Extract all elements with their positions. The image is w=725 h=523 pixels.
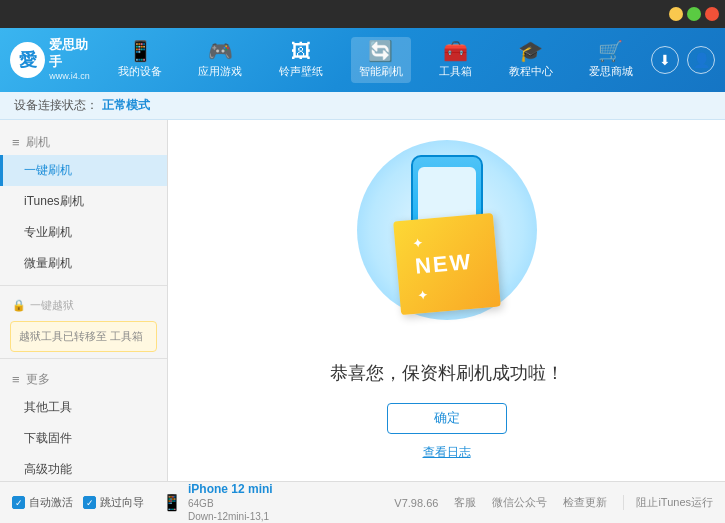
micro-flash-label: 微量刷机 [24, 256, 72, 270]
sidebar-item-advanced[interactable]: 高级功能 [0, 454, 167, 482]
nav-toolbox[interactable]: 🧰 工具箱 [431, 37, 480, 83]
auto-activate-check-icon [12, 496, 25, 509]
device-info: 📱 iPhone 12 mini 64GB Down-12mini-13,1 [162, 482, 273, 523]
device-phone-icon: 📱 [162, 493, 182, 512]
sparkle-icon-2: ✦ [504, 150, 517, 169]
shop-icon: 🛒 [598, 41, 623, 61]
toolbox-label: 工具箱 [439, 64, 472, 79]
main-content: ✦ ✦ NEW 恭喜您，保资料刷机成功啦！ 确定 查看日志 [168, 120, 725, 481]
auto-activate-checkbox[interactable]: 自动激活 [12, 495, 73, 510]
device-name: iPhone 12 mini [188, 482, 273, 498]
skip-wizard-check-icon [83, 496, 96, 509]
device-storage: 64GB [188, 497, 273, 510]
logo-icon: 愛 [10, 42, 45, 78]
version-text: V7.98.66 [394, 497, 438, 509]
smart-flash-icon: 🔄 [368, 41, 393, 61]
window-controls[interactable] [669, 7, 719, 21]
skip-wizard-checkbox[interactable]: 跳过向导 [83, 495, 144, 510]
logo-main: 爱思助手 [49, 37, 100, 71]
my-device-label: 我的设备 [118, 64, 162, 79]
confirm-button[interactable]: 确定 [387, 403, 507, 434]
header-right: ⬇ 👤 [651, 46, 715, 74]
advanced-label: 高级功能 [24, 462, 72, 476]
wallpaper-icon: 🖼 [291, 41, 311, 61]
wallpaper-label: 铃声壁纸 [279, 64, 323, 79]
sidebar-item-micro-flash[interactable]: 微量刷机 [0, 248, 167, 279]
status-label: 设备连接状态： [14, 97, 98, 114]
other-tools-label: 其他工具 [24, 400, 72, 414]
nav-shop[interactable]: 🛒 爱思商城 [581, 37, 641, 83]
success-text: 恭喜您，保资料刷机成功啦！ [330, 361, 564, 385]
device-details: iPhone 12 mini 64GB Down-12mini-13,1 [188, 482, 273, 523]
auto-activate-label: 自动激活 [29, 495, 73, 510]
lock-icon: 🔒 [12, 299, 26, 312]
check-update-link[interactable]: 检查更新 [563, 495, 607, 510]
customer-service-link[interactable]: 客服 [454, 495, 476, 510]
sidebar: ≡ 刷机 一键刷机 iTunes刷机 专业刷机 微量刷机 🔒 一键越狱 越狱工具… [0, 120, 168, 481]
smart-flash-label: 智能刷机 [359, 64, 403, 79]
shop-label: 爱思商城 [589, 64, 633, 79]
nav-smart-flash[interactable]: 🔄 智能刷机 [351, 37, 411, 83]
sidebar-divider-2 [0, 358, 167, 359]
logo-symbol: 愛 [19, 48, 37, 72]
jailbreak-note-text: 越狱工具已转移至 工具箱 [19, 330, 143, 342]
tutorials-icon: 🎓 [518, 41, 543, 61]
wechat-link[interactable]: 微信公众号 [492, 495, 547, 510]
sidebar-divider-1 [0, 285, 167, 286]
nav-tutorials[interactable]: 🎓 教程中心 [501, 37, 561, 83]
pro-flash-label: 专业刷机 [24, 225, 72, 239]
sidebar-item-one-key-flash[interactable]: 一键刷机 [0, 155, 167, 186]
flash-section-icon: ≡ [12, 135, 20, 150]
flash-section-header: ≡ 刷机 [0, 128, 167, 155]
phone-illustration: ✦ ✦ NEW [347, 140, 547, 341]
status-bar: 设备连接状态： 正常模式 [0, 92, 725, 120]
stop-itunes-button[interactable]: 阻止iTunes运行 [623, 495, 713, 510]
download-firmware-label: 下载固件 [24, 431, 72, 445]
sparkle-icon-1: ✦ [367, 160, 380, 179]
itunes-flash-label: iTunes刷机 [24, 194, 84, 208]
skip-wizard-label: 跳过向导 [100, 495, 144, 510]
download-button[interactable]: ⬇ [651, 46, 679, 74]
one-key-flash-label: 一键刷机 [24, 163, 72, 177]
sidebar-item-other-tools[interactable]: 其他工具 [0, 392, 167, 423]
header: 愛 爱思助手 www.i4.cn 📱 我的设备 🎮 应用游戏 🖼 铃声壁纸 🔄 … [0, 28, 725, 92]
more-section-header: ≡ 更多 [0, 365, 167, 392]
sidebar-item-download-firmware[interactable]: 下载固件 [0, 423, 167, 454]
nav-my-device[interactable]: 📱 我的设备 [110, 37, 170, 83]
user-button[interactable]: 👤 [687, 46, 715, 74]
logo-text: 爱思助手 www.i4.cn [49, 37, 100, 82]
sidebar-item-itunes-flash[interactable]: iTunes刷机 [0, 186, 167, 217]
tutorials-label: 教程中心 [509, 64, 553, 79]
jailbreak-note: 越狱工具已转移至 工具箱 [10, 321, 157, 352]
apps-label: 应用游戏 [198, 64, 242, 79]
logo-sub: www.i4.cn [49, 71, 100, 83]
my-device-icon: 📱 [128, 41, 153, 61]
jailbreak-section-label: 一键越狱 [30, 298, 74, 313]
minimize-button[interactable] [669, 7, 683, 21]
toolbox-icon: 🧰 [443, 41, 468, 61]
jailbreak-section-header: 🔒 一键越狱 [0, 292, 167, 317]
bottom-left: 自动激活 跳过向导 📱 iPhone 12 mini 64GB Down-12m… [12, 482, 394, 523]
apps-icon: 🎮 [208, 41, 233, 61]
sidebar-item-pro-flash[interactable]: 专业刷机 [0, 217, 167, 248]
history-link[interactable]: 查看日志 [423, 444, 471, 461]
bottom-bar: 自动激活 跳过向导 📱 iPhone 12 mini 64GB Down-12m… [0, 481, 725, 523]
close-button[interactable] [705, 7, 719, 21]
main-layout: ≡ 刷机 一键刷机 iTunes刷机 专业刷机 微量刷机 🔒 一键越狱 越狱工具… [0, 120, 725, 481]
logo-area: 愛 爱思助手 www.i4.cn [10, 37, 100, 82]
maximize-button[interactable] [687, 7, 701, 21]
more-section-label: 更多 [26, 371, 50, 388]
new-badge: NEW [393, 213, 501, 315]
more-section-icon: ≡ [12, 372, 20, 387]
nav-bar: 📱 我的设备 🎮 应用游戏 🖼 铃声壁纸 🔄 智能刷机 🧰 工具箱 🎓 教程中心… [100, 37, 651, 83]
device-firmware: Down-12mini-13,1 [188, 510, 273, 523]
nav-wallpaper[interactable]: 🖼 铃声壁纸 [271, 37, 331, 83]
nav-apps[interactable]: 🎮 应用游戏 [190, 37, 250, 83]
title-bar [0, 0, 725, 28]
status-value: 正常模式 [102, 97, 150, 114]
flash-section-label: 刷机 [26, 134, 50, 151]
bottom-right: V7.98.66 客服 微信公众号 检查更新 阻止iTunes运行 [394, 495, 713, 510]
